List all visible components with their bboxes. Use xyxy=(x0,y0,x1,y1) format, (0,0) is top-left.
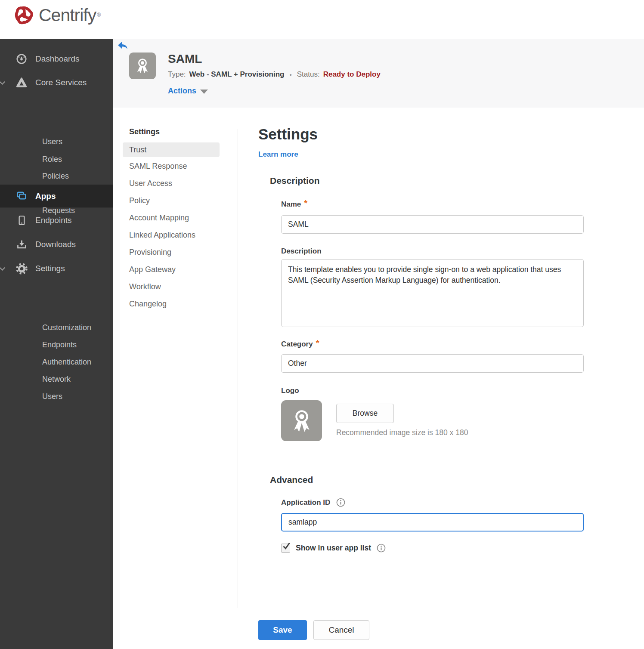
subnav-item-label: Policy xyxy=(129,196,150,205)
sidebar-item-network[interactable]: Network xyxy=(42,371,113,388)
subnav-item-app-gateway[interactable]: App Gateway xyxy=(129,265,228,276)
page-title: Settings xyxy=(258,126,318,143)
sidebar-item-label: Roles xyxy=(42,155,62,164)
sidebar-item-customization[interactable]: Customization xyxy=(42,319,113,336)
sidebar-item-label: Core Services xyxy=(35,78,87,87)
top-bar: Centrify® xyxy=(0,0,644,39)
category-input[interactable] xyxy=(281,354,584,373)
meta-separator: • xyxy=(288,71,293,78)
brand-logo: Centrify® xyxy=(13,4,101,26)
advanced-section-heading: Advanced xyxy=(270,475,313,485)
sidebar-item-authentication[interactable]: Authentication xyxy=(42,353,113,371)
sidebar-item-policies[interactable]: Policies xyxy=(42,167,113,185)
app-name-title: SAML xyxy=(168,52,202,66)
chevron-down-icon xyxy=(200,90,208,94)
required-asterisk: * xyxy=(316,338,319,348)
learn-more-link[interactable]: Learn more xyxy=(258,150,298,159)
sidebar-item-label: Users xyxy=(42,137,62,146)
subnav-item-user-access[interactable]: User Access xyxy=(129,179,228,190)
actions-menu-button[interactable]: Actions xyxy=(168,87,208,96)
sidebar-item-roles[interactable]: Roles xyxy=(42,151,113,168)
sidebar-item-users[interactable]: Users xyxy=(42,133,113,150)
info-icon[interactable] xyxy=(336,498,345,507)
name-label: Name * xyxy=(281,200,307,210)
subnav-item-account-mapping[interactable]: Account Mapping xyxy=(129,213,228,225)
subnav-item-label: Workflow xyxy=(129,282,161,291)
sidebar-item-settings[interactable]: Settings xyxy=(0,257,113,281)
sidebar-item-dashboards[interactable]: Dashboards xyxy=(0,47,113,71)
type-label: Type: xyxy=(168,70,186,79)
type-value: Web - SAML + Provisioning xyxy=(189,70,285,79)
sidebar-item-label: Settings xyxy=(35,264,65,273)
application-id-label: Application ID xyxy=(281,498,330,507)
subnav-item-linked-applications[interactable]: Linked Applications xyxy=(129,231,228,242)
sidebar-item-label: Authentication xyxy=(42,358,91,366)
gear-icon xyxy=(15,263,28,275)
sidebar-item-label: Customization xyxy=(42,323,91,332)
status-badge: Ready to Deploy xyxy=(323,70,381,79)
brand-registered-mark: ® xyxy=(97,12,101,18)
triangle-knot-icon xyxy=(15,77,28,89)
sidebar-item-label: Policies xyxy=(42,172,69,180)
sidebar-item-label: Network xyxy=(42,375,71,383)
save-button[interactable]: Save xyxy=(258,620,307,640)
vertical-divider xyxy=(238,129,238,608)
subnav-item-label: Provisioning xyxy=(129,248,171,257)
gauge-icon xyxy=(15,53,28,65)
sidebar-item-label: Endpoints xyxy=(42,340,77,349)
actions-label: Actions xyxy=(168,87,196,96)
subnav-item-label: Trust xyxy=(129,145,146,154)
subnav-item-trust[interactable]: Trust xyxy=(123,142,220,157)
description-label-text: Description xyxy=(281,247,322,256)
subnav-item-label: App Gateway xyxy=(129,265,176,274)
app-logo xyxy=(129,53,156,79)
sidebar-item-users-settings[interactable]: Users xyxy=(42,388,113,405)
stacked-windows-icon xyxy=(15,190,28,202)
subnav-item-saml-response[interactable]: SAML Response xyxy=(129,162,228,173)
subnav-item-provisioning[interactable]: Provisioning xyxy=(129,248,228,259)
smartphone-icon xyxy=(15,215,28,226)
brand-name: Centrify xyxy=(39,5,96,25)
subnav-title: Settings xyxy=(129,127,160,136)
back-arrow-icon[interactable] xyxy=(118,41,128,50)
browse-button[interactable]: Browse xyxy=(336,404,394,423)
sidebar-item-endpoints-settings[interactable]: Endpoints xyxy=(42,336,113,353)
category-label: Category * xyxy=(281,340,319,350)
application-id-input[interactable] xyxy=(281,513,584,532)
subnav-item-policy[interactable]: Policy xyxy=(129,196,228,207)
app-meta-line: Type: Web - SAML + Provisioning • Status… xyxy=(168,70,381,79)
status-label: Status: xyxy=(297,70,320,79)
cancel-button[interactable]: Cancel xyxy=(313,620,369,640)
sidebar-item-label: Users xyxy=(42,392,62,401)
description-label: Description xyxy=(281,247,322,256)
sidebar-item-label: Downloads xyxy=(35,240,76,249)
centrify-knot-icon xyxy=(13,4,35,26)
download-tray-icon xyxy=(15,239,28,250)
award-ribbon-icon xyxy=(288,408,315,434)
name-input[interactable] xyxy=(281,215,584,234)
required-asterisk: * xyxy=(304,198,307,208)
sidebar-item-label: Dashboards xyxy=(35,54,79,64)
sidebar-item-endpoints[interactable]: Endpoints xyxy=(0,208,113,232)
subnav-item-label: Account Mapping xyxy=(129,213,189,222)
description-textarea[interactable]: This template enables you to provide sin… xyxy=(281,259,584,327)
checkmark-icon xyxy=(282,542,291,550)
show-in-user-app-list-checkbox[interactable] xyxy=(281,544,290,553)
sidebar: Dashboards Core Services Users Roles Pol… xyxy=(0,39,113,649)
sidebar-item-downloads[interactable]: Downloads xyxy=(0,232,113,257)
application-id-label-row: Application ID xyxy=(281,498,345,507)
logo-size-hint: Recommended image size is 180 x 180 xyxy=(336,428,468,437)
subnav-item-label: Linked Applications xyxy=(129,231,195,239)
subnav-item-changelog[interactable]: Changelog xyxy=(129,300,228,311)
subnav-item-label: Changelog xyxy=(129,300,167,308)
sidebar-item-label: Endpoints xyxy=(35,216,72,225)
show-in-user-app-list-row[interactable]: Show in user app list xyxy=(281,544,386,553)
logo-label-text: Logo xyxy=(281,386,299,395)
info-icon[interactable] xyxy=(377,544,386,553)
sidebar-item-apps[interactable]: Apps xyxy=(0,185,113,207)
sidebar-item-core-services[interactable]: Core Services xyxy=(0,71,113,95)
logo-preview xyxy=(281,400,322,441)
subnav-item-label: SAML Response xyxy=(129,162,187,170)
subnav-item-workflow[interactable]: Workflow xyxy=(129,282,228,294)
name-label-text: Name xyxy=(281,200,301,209)
